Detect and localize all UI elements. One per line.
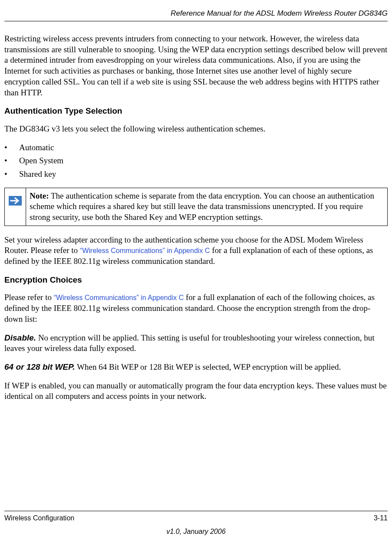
encryption-lead: Please refer to “Wireless Communications… <box>4 292 388 324</box>
disable-body: No encryption will be applied. This sett… <box>4 333 375 353</box>
footer-page-number: 3-11 <box>374 514 388 523</box>
note-icon-cell <box>5 188 26 226</box>
page-header: Reference Manual for the ADSL Modem Wire… <box>4 9 388 21</box>
wep-body: When 64 Bit WEP or 128 Bit WEP is select… <box>75 362 341 371</box>
auth-bullet-list: • Automatic • Open System • Shared key <box>4 142 388 180</box>
note-callout: Note: The authentication scheme is separ… <box>4 188 388 226</box>
disable-paragraph: Disable. No encryption will be applied. … <box>4 333 388 354</box>
bullet-text: Shared key <box>19 169 56 180</box>
bullet-icon: • <box>4 155 19 166</box>
note-text: Note: The authentication scheme is separ… <box>26 188 387 226</box>
heading-auth-type: Authentication Type Selection <box>4 106 388 117</box>
list-item: • Open System <box>4 155 388 166</box>
post-note-paragraph: Set your wireless adapter according to t… <box>4 235 388 267</box>
bullet-icon: • <box>4 142 19 153</box>
bullet-icon: • <box>4 169 19 180</box>
auth-lead: The DG834G v3 lets you select the follow… <box>4 124 388 135</box>
disable-label: Disable. <box>4 333 36 342</box>
note-body: The authentication scheme is separate fr… <box>30 191 374 222</box>
note-label: Note: <box>30 191 49 200</box>
wep-paragraph: 64 or 128 bit WEP. When 64 Bit WEP or 12… <box>4 362 388 373</box>
link-appendix-c[interactable]: “Wireless Communications” in Appendix C <box>80 247 210 254</box>
wep-followup: If WEP is enabled, you can manually or a… <box>4 381 388 402</box>
list-item: • Automatic <box>4 142 388 153</box>
link-appendix-c-2[interactable]: “Wireless Communications” in Appendix C <box>54 294 184 301</box>
bullet-text: Automatic <box>19 142 54 153</box>
intro-paragraph: Restricting wireless access prevents int… <box>4 34 388 98</box>
list-item: • Shared key <box>4 169 388 180</box>
footer-section-name: Wireless Configuration <box>4 514 74 523</box>
arrow-right-icon <box>9 196 22 206</box>
wep-label: 64 or 128 bit WEP. <box>4 362 75 371</box>
heading-encryption-choices: Encryption Choices <box>4 275 388 286</box>
enc-lead-pre: Please refer to <box>4 293 54 302</box>
page-content: Restricting wireless access prevents int… <box>4 34 388 511</box>
page-footer: Wireless Configuration 3-11 v1.0, Januar… <box>4 511 388 536</box>
footer-version: v1.0, January 2006 <box>4 527 388 536</box>
bullet-text: Open System <box>19 155 64 166</box>
